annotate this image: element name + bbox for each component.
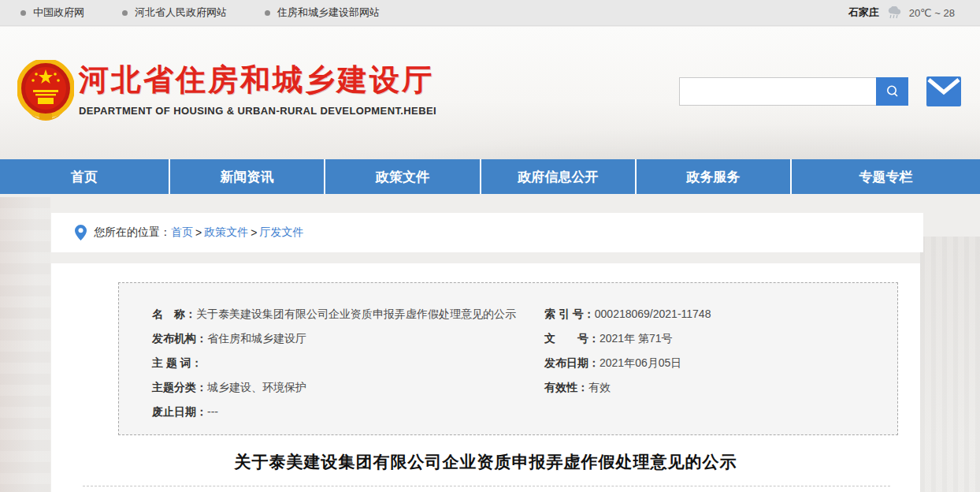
meta-label: 主题分类：: [152, 381, 207, 393]
masthead: 河北省住房和城乡建设厅 DEPARTMENT OF HOUSING & URBA…: [0, 27, 980, 159]
site-subtitle-en: DEPARTMENT OF HOUSING & URBAN-RURAL DEVE…: [79, 105, 436, 117]
meta-label: 发布机构：: [152, 332, 207, 345]
top-link-bar: 中国政府网 河北省人民政府网站 住房和城乡建设部网站 石家庄 20℃ ~ 28: [0, 0, 980, 26]
meta-row-keywords: 主 题 词：: [152, 351, 516, 375]
title-divider: [83, 486, 890, 486]
breadcrumb-separator: >: [195, 226, 202, 239]
meta-row-index-number: 索 引 号：000218069/2021-11748: [544, 302, 711, 326]
government-links: 中国政府网 河北省人民政府网站 住房和城乡建设部网站: [20, 6, 380, 20]
meta-label: 名 称：: [152, 308, 196, 320]
meta-value: 关于泰美建设集团有限公司企业资质申报弄虚作假处理意见的公示: [196, 308, 516, 320]
toplink-mohurd[interactable]: 住房和城乡建设部网站: [265, 6, 380, 20]
nav-item-gov-info[interactable]: 政府信息公开: [481, 159, 637, 194]
content-panel: 名 称：关于泰美建设集团有限公司企业资质申报弄虚作假处理意见的公示 发布机构：省…: [51, 263, 920, 492]
document-title: 关于泰美建设集团有限公司企业资质申报弄虚作假处理意见的公示: [51, 451, 920, 473]
meta-value: 2021年06月05日: [600, 356, 681, 369]
meta-row-doc-number: 文 号：2021年 第71号: [544, 326, 711, 351]
meta-value: 城乡建设、环境保护: [207, 381, 306, 393]
search-button[interactable]: [876, 77, 908, 106]
nav-item-policy-docs[interactable]: 政策文件: [325, 159, 481, 194]
weather-city: 石家庄: [848, 6, 879, 20]
toplink-label: 河北省人民政府网站: [135, 6, 227, 20]
toplink-label: 中国政府网: [33, 6, 84, 20]
breadcrumb-prefix: 您所在的位置：: [94, 226, 171, 240]
toplink-hebei-gov[interactable]: 河北省人民政府网站: [122, 6, 227, 20]
nav-item-label: 政务服务: [687, 168, 741, 186]
site-search: [679, 77, 908, 106]
document-metadata-box: 名 称：关于泰美建设集团有限公司企业资质申报弄虚作假处理意见的公示 发布机构：省…: [118, 282, 898, 435]
meta-label: 文 号：: [544, 332, 600, 345]
breadcrumb-link-policy[interactable]: 政策文件: [204, 226, 248, 240]
search-input[interactable]: [679, 77, 876, 106]
meta-label: 主 题 词：: [152, 356, 202, 369]
meta-label: 发布日期：: [544, 356, 600, 369]
nav-item-label: 专题专栏: [859, 168, 913, 186]
nav-item-label: 首页: [71, 168, 98, 186]
breadcrumb-link-home[interactable]: 首页: [171, 226, 193, 240]
meta-value: 2021年 第71号: [600, 332, 673, 345]
bullet-icon: [265, 10, 270, 16]
meta-row-repeal-date: 废止日期：---: [152, 400, 516, 424]
envelope-icon: [926, 76, 961, 106]
meta-value: 省住房和城乡建设厅: [207, 332, 306, 345]
nav-item-label: 政策文件: [376, 168, 429, 186]
background-art-left: [0, 197, 50, 492]
meta-value: ---: [207, 405, 218, 418]
meta-label: 废止日期：: [152, 405, 207, 418]
meta-label: 索 引 号：: [544, 308, 595, 320]
metadata-left-column: 名 称：关于泰美建设集团有限公司企业资质申报弄虚作假处理意见的公示 发布机构：省…: [152, 302, 516, 424]
national-emblem-icon: [17, 60, 74, 123]
meta-row-validity: 有效性：有效: [544, 375, 711, 400]
breadcrumb-link-dept-docs[interactable]: 厅发文件: [259, 226, 303, 240]
search-icon: [885, 84, 900, 99]
site-identity: 河北省住房和城乡建设厅 DEPARTMENT OF HOUSING & URBA…: [79, 62, 436, 117]
bullet-icon: [122, 10, 128, 16]
national-emblem-logo: [17, 60, 74, 123]
weather-temp: 20℃ ~ 28: [909, 7, 955, 19]
nav-item-home[interactable]: 首页: [0, 159, 170, 194]
toplink-label: 住房和城乡建设部网站: [277, 6, 380, 20]
meta-row-name: 名 称：关于泰美建设集团有限公司企业资质申报弄虚作假处理意见的公示: [152, 302, 516, 326]
nav-item-services[interactable]: 政务服务: [637, 159, 792, 194]
meta-value: 000218069/2021-11748: [595, 308, 711, 320]
breadcrumb-separator: >: [251, 226, 257, 239]
meta-row-category: 主题分类：城乡建设、环境保护: [152, 375, 516, 400]
nav-item-label: 新闻资讯: [221, 168, 274, 186]
meta-label: 有效性：: [544, 381, 588, 393]
weather-widget: 石家庄 20℃ ~ 28: [848, 6, 960, 20]
nav-item-label: 政府信息公开: [518, 168, 599, 186]
site-title: 河北省住房和城乡建设厅: [79, 62, 436, 98]
meta-value: 有效: [588, 381, 611, 393]
breadcrumb: 您所在的位置： 首页 > 政策文件 > 厅发文件: [51, 213, 923, 252]
meta-row-issuer: 发布机构：省住房和城乡建设厅: [152, 326, 516, 351]
metadata-right-column: 索 引 号：000218069/2021-11748 文 号：2021年 第71…: [544, 302, 711, 400]
background-art-right: [920, 237, 980, 492]
nav-item-news[interactable]: 新闻资讯: [170, 159, 325, 194]
location-pin-icon: [75, 225, 87, 240]
meta-row-publish-date: 发布日期：2021年06月05日: [544, 351, 711, 375]
nav-item-special-columns[interactable]: 专题专栏: [792, 159, 980, 194]
toplink-china-gov[interactable]: 中国政府网: [20, 6, 84, 20]
primary-nav: 首页 新闻资讯 政策文件 政府信息公开 政务服务 专题专栏: [0, 159, 980, 194]
mail-icon-button[interactable]: [926, 76, 961, 106]
bullet-icon: [20, 10, 26, 16]
rain-cloud-icon: [886, 6, 902, 19]
